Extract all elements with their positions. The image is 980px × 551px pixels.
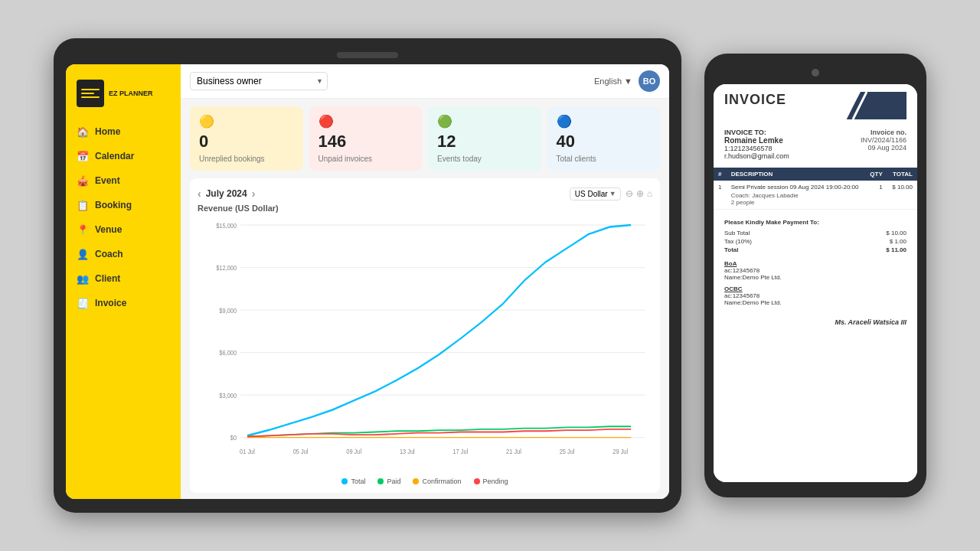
sidebar-item-booking[interactable]: 📋 Booking (66, 193, 181, 217)
sidebar-item-home[interactable]: 🏠 Home (66, 119, 181, 144)
line-num: 1 (714, 181, 727, 210)
zoom-minus-icon[interactable]: ⊖ (626, 188, 633, 199)
bank-ocbc-name: OCBC (724, 285, 743, 292)
phone-camera (812, 69, 819, 77)
business-select-wrapper[interactable]: Business owner (190, 72, 328, 90)
zoom-plus-icon[interactable]: ⊕ (636, 188, 644, 199)
line-description: Semi Private session 09 Aug 2024 19:00-2… (727, 181, 865, 210)
language-button[interactable]: English ▼ (594, 77, 632, 86)
next-month-button[interactable]: › (252, 187, 256, 200)
legend-total: Total (341, 478, 365, 485)
bank-boa-name: BoA (724, 260, 737, 267)
bank-ocbc-company: Name:Demo Pte Ltd. (724, 299, 782, 306)
line-desc-main: Semi Private session 09 Aug 2024 19:00-2… (731, 184, 861, 191)
tax-value: $ 1.00 (890, 238, 906, 245)
subtotal-value: $ 10.00 (886, 230, 906, 236)
clients-value: 40 (557, 132, 652, 152)
chart-area: ‹ July 2024 › US Dollar ⊖ ⊕ (190, 178, 660, 493)
total-value: $ 11.00 (886, 246, 906, 253)
main-content: Business owner English ▼ BO 🟡 0 Unreplie… (181, 64, 669, 499)
logo-area: EZ PLANNER (66, 73, 181, 119)
sidebar-item-calendar[interactable]: 📅 Calendar (66, 144, 181, 168)
currency-select[interactable]: US Dollar (570, 187, 621, 201)
bookings-label: Unreplied bookings (199, 155, 294, 163)
sidebar-item-home-label: Home (95, 126, 120, 137)
phone-device: INVOICE INVOICE TO: Romaine Lemke 1:1212… (704, 54, 926, 497)
legend-pending-label: Pending (483, 478, 508, 485)
stats-row: 🟡 0 Unreplied bookings 🔴 146 Unpaid invo… (181, 99, 669, 178)
bookings-value: 0 (199, 132, 294, 152)
payment-title: Please Kindly Make Payment To: (724, 219, 906, 226)
bank-ocbc-ac: ac:12345678 (724, 292, 760, 299)
user-avatar[interactable]: BO (639, 70, 660, 92)
invoice-to-phone: 1:12123456578 (724, 145, 789, 152)
sidebar-item-client[interactable]: 👥 Client (66, 266, 181, 291)
clients-icon: 🔵 (557, 114, 652, 129)
calendar-icon: 📅 (77, 150, 89, 162)
svg-text:17 Jul: 17 Jul (453, 447, 469, 455)
legend-paid: Paid (377, 478, 400, 485)
svg-text:$6,000: $6,000 (219, 348, 237, 357)
business-owner-select[interactable]: Business owner (190, 72, 328, 90)
invoice-body: Please Kindly Make Payment To: Sub Total… (714, 213, 917, 482)
payment-section: Please Kindly Make Payment To: Sub Total… (724, 219, 906, 254)
sidebar-item-venue-label: Venue (95, 224, 122, 235)
language-chevron-icon: ▼ (624, 77, 632, 86)
invoice-number-label: Invoice no. (861, 129, 906, 136)
sidebar-item-invoice[interactable]: 🧾 Invoice (66, 291, 181, 315)
sidebar-item-calendar-label: Calendar (95, 151, 134, 161)
tax-row: Tax (10%) $ 1.00 (724, 237, 906, 246)
bank-boa: BoA ac:12345678 Name:Demo Pte Ltd. (724, 260, 906, 281)
sidebar-item-event[interactable]: 🎪 Event (66, 168, 181, 193)
home-chart-icon[interactable]: ⌂ (647, 188, 652, 199)
invoice-banner (845, 92, 906, 119)
col-qty: QTY (865, 168, 887, 181)
chart-header: ‹ July 2024 › US Dollar ⊖ ⊕ (198, 186, 652, 201)
prev-month-button[interactable]: ‹ (198, 187, 201, 200)
invoice-to-label: INVOICE TO: (724, 129, 789, 136)
legend-paid-label: Paid (387, 478, 400, 485)
month-nav: ‹ July 2024 › (198, 187, 255, 200)
event-icon: 🎪 (77, 174, 89, 187)
svg-text:$9,000: $9,000 (219, 306, 237, 315)
coach-icon: 👤 (77, 248, 89, 260)
sidebar-item-client-label: Client (95, 273, 120, 284)
tablet-screen: EZ PLANNER 🏠 Home 📅 Calendar 🎪 Event 📋 B… (66, 64, 669, 499)
venue-icon: 📍 (77, 223, 89, 236)
client-icon: 👥 (77, 272, 89, 285)
legend-pending-dot (474, 478, 480, 484)
col-num: # (714, 168, 727, 181)
invoices-value: 146 (318, 132, 413, 152)
language-label: English (594, 77, 622, 86)
invoice-table-body: 1 Semi Private session 09 Aug 2024 19:00… (714, 181, 917, 210)
legend-pending: Pending (474, 478, 508, 485)
tablet-camera (337, 52, 398, 58)
bank-ocbc: OCBC ac:12345678 Name:Demo Pte Ltd. (724, 285, 906, 306)
events-value: 12 (437, 132, 532, 152)
total-row: Total $ 11.00 (724, 246, 906, 254)
invoice-line-item: 1 Semi Private session 09 Aug 2024 19:00… (714, 181, 917, 210)
svg-text:13 Jul: 13 Jul (400, 447, 415, 455)
svg-text:01 Jul: 01 Jul (240, 447, 255, 455)
current-month-label: July 2024 (206, 188, 247, 199)
top-header: Business owner English ▼ BO (181, 64, 669, 99)
svg-text:$0: $0 (230, 433, 237, 442)
invoice-signature: Ms. Araceli Watsica III (724, 318, 906, 326)
legend-confirmation-dot (413, 478, 419, 484)
invoices-icon: 🔴 (318, 114, 413, 129)
sidebar-item-coach[interactable]: 👤 Coach (66, 242, 181, 266)
sidebar-item-coach-label: Coach (95, 249, 123, 259)
stat-card-clients: 🔵 40 Total clients (547, 106, 661, 171)
invoice-date: 09 Aug 2024 (861, 144, 906, 152)
sidebar-item-venue[interactable]: 📍 Venue (66, 217, 181, 242)
bank-boa-ac: ac:12345678 (724, 267, 760, 274)
currency-select-wrapper[interactable]: US Dollar (570, 186, 621, 201)
chart-title: Revenue (US Dollar) (198, 204, 652, 213)
app-logo-icon (77, 80, 104, 107)
booking-icon: 📋 (77, 199, 89, 211)
bank-boa-company: Name:Demo Pte Ltd. (724, 274, 782, 281)
sidebar: EZ PLANNER 🏠 Home 📅 Calendar 🎪 Event 📋 B… (66, 64, 181, 499)
svg-text:$15,000: $15,000 (216, 221, 237, 230)
invoices-label: Unpaid invoices (318, 155, 413, 163)
legend-total-dot (341, 478, 348, 484)
